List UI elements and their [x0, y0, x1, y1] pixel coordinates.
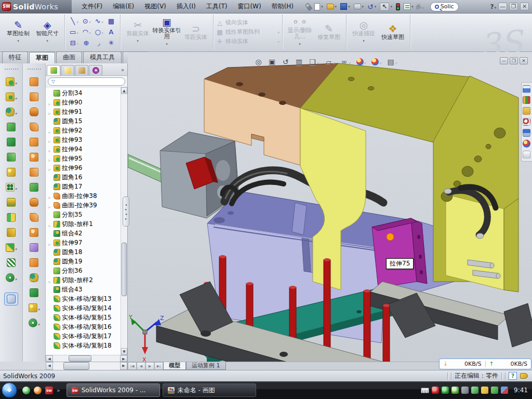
doc-minimize-button[interactable]: — [500, 57, 508, 64]
tree-horizontal-scrollbar[interactable] [46, 355, 127, 362]
tab-propertymanager[interactable] [61, 65, 74, 75]
toolbar-button[interactable] [29, 301, 40, 314]
feature-tree-item[interactable]: 实体-移动/复制13 [46, 294, 121, 303]
heads-up-button[interactable] [370, 56, 382, 67]
feature-tree-item[interactable]: 拉伸94 [46, 144, 121, 154]
task-window-button[interactable]: SW SolidWorks 2009 - ... [66, 383, 160, 397]
feature-tree-item[interactable]: 切除-放样2 [46, 275, 121, 285]
heads-up-button[interactable]: ∞ [339, 56, 352, 67]
scroll-thumb[interactable] [69, 355, 91, 362]
doc-restore-button[interactable]: ❐ [510, 57, 518, 64]
model-magenta-block[interactable] [372, 218, 427, 288]
close-button[interactable]: ✕ [520, 3, 529, 10]
tab-featuremanager[interactable] [47, 65, 60, 75]
sketch-entity-button[interactable]: ▩ [105, 17, 117, 25]
select-button[interactable]: ↖ [379, 2, 393, 11]
display-delete-relations-button[interactable]: ⚬⚬ 显示/删除几... [285, 17, 314, 47]
document-tab[interactable]: 运动算例 1 [186, 362, 226, 370]
sketch-entity-button[interactable]: ⊟ [68, 39, 80, 47]
tray-icon[interactable] [491, 387, 498, 394]
sketch-entity-button[interactable]: ⊕ [80, 39, 92, 47]
trim-entities-button[interactable]: ✂ 剪裁实体 [123, 20, 152, 44]
tree-filter-input[interactable]: ▽ [48, 77, 125, 86]
first-tab-icon[interactable]: |◀ [128, 362, 137, 370]
feature-tree-item[interactable]: 曲面-拉伸39 [46, 201, 121, 210]
menu-item[interactable]: 工具(T) [202, 1, 232, 12]
browser-icon[interactable] [34, 387, 42, 394]
view-palette-icon[interactable] [523, 129, 530, 137]
toolbar-button[interactable] [30, 90, 38, 103]
quick-snaps-button[interactable]: ◎ 快速捕捉 [349, 20, 378, 44]
repair-sketch-button[interactable]: ✎ 修复草图 [314, 23, 343, 41]
appearances-icon[interactable] [523, 140, 530, 148]
sketch-entity-button[interactable]: ╲ [68, 17, 80, 25]
feature-tree-item[interactable]: 曲面-拉伸38 [46, 191, 121, 201]
custom-properties-icon[interactable] [523, 151, 530, 158]
help-button[interactable]: ? [490, 3, 496, 10]
solidworks-resources-icon[interactable] [523, 85, 530, 93]
feature-tree-item[interactable]: 圆角16 [46, 172, 121, 182]
tray-icon[interactable] [461, 387, 469, 394]
toolbar-button[interactable] [30, 211, 38, 224]
solidworks-shortcut-icon[interactable]: SW [45, 387, 53, 394]
toolbar-button[interactable] [30, 121, 38, 134]
heads-up-button[interactable]: ▣ [267, 57, 277, 66]
input-method-icon[interactable] [421, 388, 429, 393]
feature-tree-item[interactable]: 圆角18 [46, 247, 121, 257]
open-button[interactable] [326, 3, 338, 10]
feature-tree-item[interactable]: 实体-移动/复制17 [46, 331, 121, 341]
feature-tree-item[interactable]: 组合43 [46, 285, 121, 294]
feature-tree-item[interactable]: 圆角19 [46, 257, 121, 266]
toolbar-button[interactable] [7, 211, 16, 224]
heads-up-button[interactable] [355, 56, 367, 67]
quick-launch-overflow[interactable]: » [57, 387, 60, 394]
prev-tab-icon[interactable]: ◀ [137, 362, 145, 370]
smart-dimension-button[interactable]: ◈ 智能尺寸 [33, 20, 62, 44]
search-input[interactable]: Solic [441, 3, 454, 10]
scroll-down-icon[interactable] [121, 348, 127, 355]
toolbar-button[interactable] [30, 136, 38, 149]
sketch-entity-button[interactable]: ◞ [92, 39, 105, 47]
move-entities-button[interactable]: ✛移动实体 [216, 37, 280, 45]
feature-tree-item[interactable]: 分割34 [46, 88, 121, 98]
feature-tree-item[interactable]: 切除-放样1 [46, 219, 121, 229]
last-tab-icon[interactable]: ▶| [154, 362, 163, 370]
sketch-entity-button[interactable]: ∿ [92, 17, 105, 25]
tree-bottom-scrollbar[interactable] [46, 362, 128, 370]
restore-button[interactable]: ❐ [509, 3, 518, 10]
feature-tree-item[interactable]: 组合42 [46, 229, 121, 238]
sketch-entity-button[interactable]: ✳ [105, 39, 117, 47]
toolbar-button[interactable] [7, 196, 16, 209]
feature-tree-item[interactable]: 拉伸95 [46, 154, 121, 163]
feature-tree-item[interactable]: 实体-移动/复制16 [46, 322, 121, 331]
scroll-left-icon[interactable] [46, 355, 53, 362]
doc-close-button[interactable]: ✕ [520, 57, 528, 64]
toolbar-button[interactable] [7, 256, 16, 269]
menu-item[interactable]: 编辑(E) [108, 1, 139, 12]
model-back-rail[interactable] [370, 282, 532, 347]
feature-tree-item[interactable]: 实体-移动/复制14 [46, 303, 121, 313]
scroll-thumb[interactable] [122, 243, 127, 296]
feature-tree-item[interactable]: 实体-移动/复制15 [46, 313, 121, 322]
new-document-button[interactable] [313, 3, 324, 11]
file-explorer-icon[interactable] [523, 107, 530, 115]
toolbar-button[interactable] [30, 166, 38, 179]
toolbar-button[interactable] [30, 226, 38, 239]
toolbar-button[interactable] [6, 105, 17, 118]
toolbar-button[interactable] [6, 241, 17, 254]
command-tab[interactable]: 草图 [29, 52, 55, 64]
document-tab[interactable]: 模型 [163, 362, 186, 370]
heads-up-button[interactable]: ◎ [254, 57, 263, 66]
pin-icon[interactable] [305, 3, 312, 11]
feature-tree-item[interactable]: 分割35 [46, 210, 121, 219]
toolbar-button[interactable] [29, 316, 40, 329]
tray-icon[interactable] [481, 387, 488, 394]
print-button[interactable] [353, 3, 365, 10]
toolbar-button[interactable] [6, 90, 17, 103]
rebuild-button[interactable] [395, 3, 401, 11]
rapid-sketch-button[interactable]: ❖ 快速草图 [378, 23, 407, 41]
toolbar-button[interactable] [7, 226, 16, 239]
heads-up-button[interactable]: ▤ [386, 56, 398, 67]
panel-splitter-handle[interactable]: ◂▸◂▸ [123, 196, 129, 227]
status-help-button[interactable]: ? [509, 372, 517, 380]
